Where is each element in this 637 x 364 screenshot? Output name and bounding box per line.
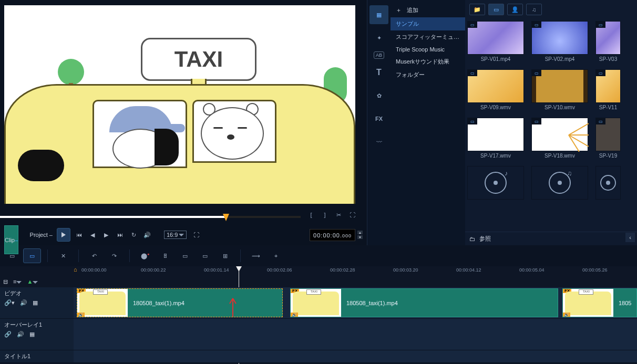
thumb-item[interactable] (595, 166, 621, 200)
library-panel: ▦ ✦ AB T ✿ FX 〰 ＋ 追加 サンプル スコアフィッターミュー...… (367, 0, 637, 245)
zoom-menu-button[interactable]: ≡ (13, 278, 22, 285)
thumb-item[interactable]: ▭SP-V01.mp4 (467, 21, 524, 62)
redo-button[interactable]: ↷ (105, 248, 123, 263)
thumb-label: SP-V09.wmv (467, 105, 524, 110)
svg-line-0 (569, 123, 589, 135)
tab-text[interactable]: T (369, 63, 388, 82)
track-header-overlay[interactable]: オーバーレイ1 🔗🔊▦ (0, 319, 74, 350)
clip-thumbnail: TAXI (77, 288, 128, 317)
thumb-item[interactable]: ▭SP-V09.wmv (467, 69, 524, 110)
ruler-tick: 00:00:00.00 (81, 267, 107, 273)
track-header-video[interactable]: ビデオ 🔗▾🔊▦ (0, 287, 74, 319)
track-row-overlay[interactable] (74, 319, 637, 350)
chapter-button[interactable]: ▭ (196, 248, 214, 263)
tab-titles[interactable]: AB (374, 51, 384, 59)
mark-in-icon[interactable]: [ (307, 211, 315, 219)
go-start-button[interactable]: ⏮ (75, 231, 83, 239)
tree-item-folder[interactable]: フォルダー (391, 68, 465, 81)
ruler-tick: 00:00:00.22 (141, 267, 166, 273)
preview-frame: TAXI (4, 5, 355, 204)
tab-fx[interactable]: FX (369, 109, 388, 128)
video-badge-icon: ▭ (468, 118, 477, 124)
thumb-item[interactable]: ▭SP-V03 (595, 21, 621, 62)
aspect-ratio-selector[interactable]: 16:9 (164, 231, 187, 239)
view-audio-button[interactable]: ♫ (526, 4, 542, 15)
zoom-fit-button[interactable]: ▲ (27, 278, 38, 285)
thumb-label: SP-V02.mp4 (531, 56, 588, 62)
view-photo-button[interactable]: 👤 (507, 4, 523, 15)
multi-view-button[interactable]: ⊞ (216, 248, 234, 263)
go-end-button[interactable]: ⏭ (116, 231, 124, 239)
timecode-up-button[interactable]: ▲ (357, 231, 363, 234)
add-track-button[interactable]: ⊟ (3, 278, 8, 285)
track-header-title[interactable]: タイトル1 (0, 350, 74, 363)
scroll-left-button[interactable]: ‹ (625, 233, 635, 242)
preview-canvas[interactable]: TAXI (4, 5, 355, 204)
link-icon[interactable]: 🔗▾ (4, 299, 15, 306)
audio-mixer-button[interactable]: 🎚 (156, 248, 174, 263)
tree-item-triplescoop[interactable]: Triple Scoop Music (391, 44, 465, 55)
tree-item-muserk[interactable]: Muserkサウンド効果 (391, 55, 465, 68)
record-button[interactable]: ⬤● (136, 248, 154, 263)
auto-music-button[interactable]: ▭ (176, 248, 194, 263)
thumb-item[interactable]: ▭SP-V02.mp4 (531, 21, 588, 62)
thumbnail-grid: ▭SP-V01.mp4 ▭SP-V02.mp4 ▭SP-V03 ▭SP-V09.… (465, 19, 637, 232)
thumb-item[interactable]: ▭SP-V11 (595, 69, 621, 110)
mute-icon[interactable]: 🔊 (17, 331, 24, 338)
tab-graphics[interactable]: ✿ (369, 86, 388, 105)
thumb-item[interactable]: ♫ (531, 166, 588, 200)
thumb-item[interactable]: ▭SP-V18.wmv (531, 118, 588, 159)
expand-icon[interactable]: ⛶ (348, 211, 356, 219)
tab-media[interactable]: ▦ (369, 5, 388, 24)
clip-selected[interactable]: TAXI 180508_taxi(1).mp4 (77, 288, 283, 317)
import-button[interactable]: 📁 (469, 4, 485, 15)
tab-motion[interactable]: 〰 (369, 132, 388, 151)
thumb-item[interactable]: ▭SP-V17.wmv (467, 118, 524, 159)
play-icon (61, 232, 66, 237)
ruler-home-icon[interactable]: ⌂ (74, 266, 81, 274)
thumb-item[interactable]: ♪ (467, 166, 524, 200)
thumb-label: SP-V11 (595, 105, 621, 110)
loop-button[interactable]: ↻ (129, 231, 138, 239)
taxi-mirror (18, 150, 64, 181)
timeline-zoom-controls: ⊟ ≡ ▲ (0, 276, 637, 287)
browse-label[interactable]: 参照 (479, 235, 491, 243)
lock-icon[interactable]: ▦ (33, 299, 38, 306)
next-frame-button[interactable]: ▶ (102, 231, 110, 239)
view-video-button[interactable]: ▭ (488, 4, 504, 15)
add-button[interactable]: ＋ 追加 (391, 3, 465, 17)
timecode-down-button[interactable]: ▼ (357, 235, 363, 239)
playback-controls: Project – Clip – ⏮ ◀ ▶ ⏭ ↻ 🔊 16:9 ⛶ 00:0… (0, 224, 367, 245)
clip[interactable]: TAXI 180508_taxi(1).mp4 (290, 288, 558, 317)
scrub-bar[interactable] (0, 214, 301, 220)
tree-item-scorefitter[interactable]: スコアフィッターミュー... (391, 30, 465, 44)
track-area[interactable]: TAXI 180508_taxi(1).mp4 TAXI 180508_taxi… (74, 287, 637, 363)
tab-transitions[interactable]: ✦ (369, 28, 388, 47)
tree-item-sample[interactable]: サンプル (391, 17, 465, 30)
split-icon[interactable]: ✂ (334, 211, 343, 219)
thumb-item[interactable]: ▭SP-V19 (595, 118, 621, 159)
motion-button[interactable]: ⟿ (247, 248, 265, 263)
timeline-view-button[interactable]: ▭ (23, 248, 41, 263)
mode-labels[interactable]: Project – Clip – (4, 232, 53, 238)
browse-icon[interactable]: 🗀 (469, 236, 475, 242)
prev-frame-button[interactable]: ◀ (88, 231, 97, 239)
resize-button[interactable]: ⛶ (192, 231, 200, 239)
link-icon[interactable]: 🔗 (4, 331, 12, 338)
timecode-display[interactable]: 00:00:00.000 (310, 229, 355, 241)
clip[interactable]: TAXI 1805 (562, 288, 637, 317)
undo-button[interactable]: ↶ (85, 248, 103, 263)
volume-button[interactable]: 🔊 (143, 231, 151, 239)
mark-out-icon[interactable]: ] (321, 211, 329, 219)
focus-button[interactable]: ⌖ (267, 248, 285, 263)
timeline-ruler[interactable]: ⌂ 00:00:00.00 00:00:00.22 00:00:01.14 00… (0, 266, 637, 276)
thumb-item[interactable]: ▭SP-V10.wmv (531, 69, 588, 110)
thumb-label: SP-V17.wmv (467, 153, 524, 159)
lock-icon[interactable]: ▦ (29, 331, 35, 338)
track-row-title[interactable] (74, 350, 637, 363)
tools-button[interactable]: ✕ (54, 248, 72, 263)
track-row-video[interactable]: TAXI 180508_taxi(1).mp4 TAXI 180508_taxi… (74, 287, 637, 319)
ruler-tick: 00:00:02.28 (330, 267, 355, 273)
mute-icon[interactable]: 🔊 (20, 299, 27, 306)
play-button[interactable] (57, 228, 70, 242)
